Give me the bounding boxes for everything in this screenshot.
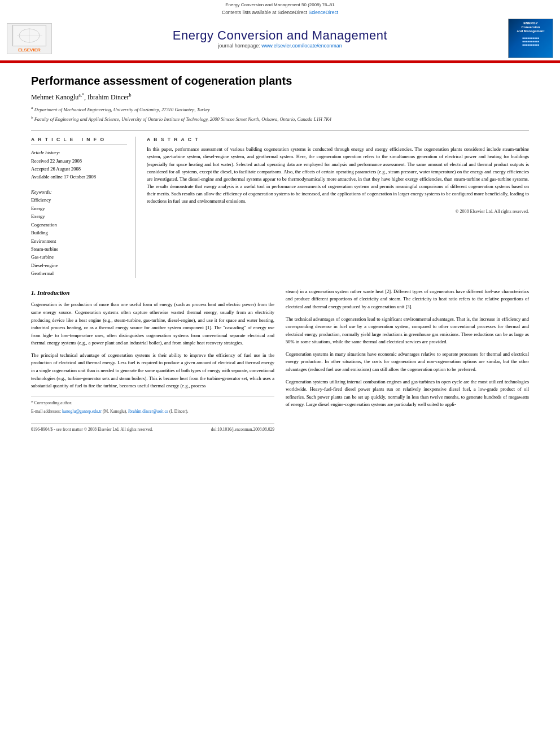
footnote-email: E-mail addresses: kanoglu@gantep.edu.tr … bbox=[31, 408, 274, 415]
issn-info: 0196-8904/$ - see front matter © 2008 El… bbox=[31, 426, 153, 433]
journal-cover-area: ENERGYConversionand Management ■■■■■■■■■… bbox=[502, 19, 553, 58]
article-info-title: A R T I C L E I N F O bbox=[31, 137, 127, 142]
right-para-1: steam) in a cogeneration system rather w… bbox=[286, 288, 529, 311]
affiliation-a: a Department of Mechanical Engineering, … bbox=[31, 105, 529, 113]
page-info: Energy Conversion and Management 50 (200… bbox=[0, 2, 560, 7]
keyword-environment: Environment bbox=[31, 237, 127, 245]
homepage-label: journal homepage: bbox=[218, 43, 260, 49]
main-content: Performance assessment of cogeneration p… bbox=[0, 63, 560, 444]
body-right-column: steam) in a cogeneration system rather w… bbox=[286, 288, 529, 433]
cover-decoration: ■■■■■■■■■■■■■■■■■■■■■■■■■■■■■■ bbox=[522, 36, 539, 46]
article-info-abstract: A R T I C L E I N F O Article history: R… bbox=[31, 130, 529, 278]
elsevier-logo-area: ELSEVIER bbox=[7, 23, 58, 54]
sciencedirect-bar: Contents lists available at ScienceDirec… bbox=[0, 8, 560, 16]
keyword-gas-turbine: Gas-turbine bbox=[31, 253, 127, 261]
elsevier-logo: ELSEVIER bbox=[7, 23, 52, 54]
author-b-sup: b bbox=[129, 93, 132, 98]
keyword-steam-turbine: Steam-turbine bbox=[31, 245, 127, 253]
keyword-geothermal: Geothermal bbox=[31, 269, 127, 277]
body-left-column: 1. Introduction Cogeneration is the prod… bbox=[31, 288, 274, 433]
body-columns: 1. Introduction Cogeneration is the prod… bbox=[31, 288, 529, 433]
right-para-2: The technical advantages of cogeneration… bbox=[286, 316, 529, 346]
intro-para-2: The principal technical advantage of cog… bbox=[31, 352, 274, 390]
bottom-bar: 0196-8904/$ - see front matter © 2008 El… bbox=[31, 423, 274, 433]
keywords-section: Keywords: Efficiency Energy Exergy Cogen… bbox=[31, 188, 127, 278]
right-para-4: Cogeneration systems utilizing internal … bbox=[286, 378, 529, 409]
abstract-title: A B S T R A C T bbox=[147, 137, 529, 142]
email-label: E-mail addresses: bbox=[31, 409, 61, 414]
footnotes: * Corresponding author. E-mail addresses… bbox=[31, 396, 274, 415]
homepage-url[interactable]: www.elsevier.com/locate/enconman bbox=[261, 43, 342, 49]
author-name-b: , Ibrahim Dincer bbox=[84, 93, 129, 101]
keywords-label: Keywords: bbox=[31, 189, 52, 195]
journal-title: Energy Conversion and Management bbox=[58, 28, 502, 43]
available-date: Available online 17 October 2008 bbox=[31, 173, 127, 181]
sciencedirect-link[interactable]: ScienceDirect bbox=[309, 10, 338, 15]
elsevier-text: ELSEVIER bbox=[18, 47, 41, 53]
email1-person: (M. Kanoglu), bbox=[103, 409, 127, 414]
journal-header: Energy Conversion and Management 50 (200… bbox=[0, 0, 560, 62]
authors-line: Mehmet Kanoglua,*, Ibrahim Dincerb bbox=[31, 93, 529, 102]
cover-title-text: ENERGYConversionand Management bbox=[517, 21, 544, 34]
keyword-energy: Energy bbox=[31, 204, 127, 212]
abstract-text: In this paper, performance assessment of… bbox=[147, 146, 529, 205]
abstract-copyright: © 2008 Elsevier Ltd. All rights reserved… bbox=[147, 209, 529, 214]
history-label: Article history: bbox=[31, 150, 60, 155]
affiliations: a Department of Mechanical Engineering, … bbox=[31, 105, 529, 123]
article-history: Article history: Received 22 January 200… bbox=[31, 148, 127, 181]
article-info-column: A R T I C L E I N F O Article history: R… bbox=[31, 137, 135, 278]
article-title: Performance assessment of cogeneration p… bbox=[31, 73, 529, 88]
affiliation-b: b Faculty of Engineering and Applied Sci… bbox=[31, 115, 529, 123]
journal-title-area: Energy Conversion and Management journal… bbox=[58, 28, 502, 49]
email1-link[interactable]: kanoglu@gantep.edu.tr bbox=[62, 409, 102, 414]
accepted-date: Accepted 26 August 2008 bbox=[31, 165, 127, 173]
keyword-diesel-engine: Diesel-engine bbox=[31, 261, 127, 269]
aff-b-sup: b bbox=[31, 115, 33, 120]
footnote-corresponding: * Corresponding author. bbox=[31, 400, 274, 407]
keyword-cogeneration: Cogeneration bbox=[31, 221, 127, 229]
journal-homepage: journal homepage: www.elsevier.com/locat… bbox=[58, 43, 502, 49]
info-divider bbox=[31, 145, 127, 145]
intro-para-1: Cogeneration is the production of more t… bbox=[31, 301, 274, 347]
keywords-list: Efficiency Energy Exergy Cogeneration Bu… bbox=[31, 196, 127, 277]
email2-person: (I. Dincer). bbox=[169, 409, 189, 414]
email2-link[interactable]: ibrahim.dincer@uoit.ca bbox=[128, 409, 168, 414]
intro-heading: 1. Introduction bbox=[31, 288, 274, 298]
aff-a-sup: a bbox=[31, 106, 33, 110]
right-para-3: Cogeneration systems in many situations … bbox=[286, 351, 529, 374]
keyword-building: Building bbox=[31, 229, 127, 237]
author-name-a: Mehmet Kanoglu bbox=[31, 93, 78, 101]
keyword-efficiency: Efficiency bbox=[31, 196, 127, 204]
received-date: Received 22 January 2008 bbox=[31, 157, 127, 165]
journal-cover-thumbnail: ENERGYConversionand Management ■■■■■■■■■… bbox=[508, 19, 553, 58]
abstract-column: A B S T R A C T In this paper, performan… bbox=[147, 137, 529, 278]
author-a-sup: a,* bbox=[78, 93, 84, 98]
contents-available-text: Contents lists available at ScienceDirec… bbox=[222, 10, 307, 15]
doi-info: doi:10.1016/j.enconman.2008.08.029 bbox=[211, 426, 274, 433]
journal-banner: ELSEVIER Energy Conversion and Managemen… bbox=[0, 16, 560, 60]
keyword-exergy: Exergy bbox=[31, 212, 127, 220]
